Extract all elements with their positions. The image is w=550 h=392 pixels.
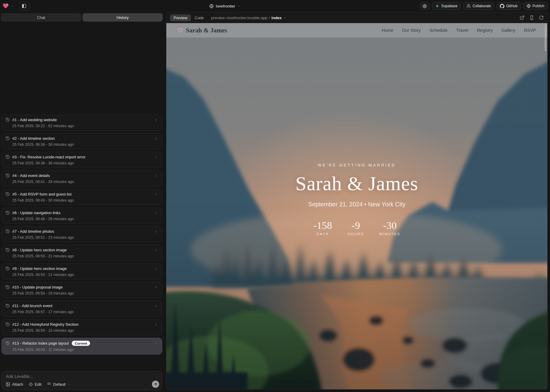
history-item-title: #3 - Fix: Resolve Lucide-react import er… — [12, 155, 85, 159]
supabase-button[interactable]: Supabase — [432, 2, 461, 10]
site-nav-item[interactable]: Our Story — [402, 28, 421, 33]
tab-history[interactable]: History — [83, 13, 163, 22]
collaborate-label: Collaborate — [473, 4, 491, 8]
history-list-item[interactable]: #4 - Add event details 25 Feb 2025, 08:4… — [2, 170, 162, 187]
project-name: lovefrontier — [216, 4, 235, 8]
chevron-right-icon[interactable] — [154, 322, 158, 327]
website-preview: Sarah & James Home Our Story Schedule Tr… — [166, 23, 547, 389]
history-list-item[interactable]: #2 - Add timeline section 25 Feb 2025, 0… — [2, 133, 162, 149]
hero-title: Sarah & James — [295, 172, 418, 195]
chevron-right-icon[interactable] — [154, 285, 158, 289]
history-item-timestamp: 25 Feb 2025, 08:54 - 19 minutes ago — [12, 291, 158, 295]
chevron-right-icon[interactable] — [154, 174, 158, 178]
chevron-right-icon[interactable] — [154, 118, 158, 122]
site-nav-item[interactable]: RSVP — [524, 28, 536, 33]
countdown-unit: -158 DAYS — [313, 220, 332, 236]
history-list-item[interactable]: #9 - Update hero section image 25 Feb 20… — [2, 263, 162, 280]
chevron-down-icon — [67, 383, 71, 386]
history-restore-icon — [5, 136, 10, 141]
history-list-item[interactable]: #10 - Update proposal image 25 Feb 2025,… — [2, 282, 162, 298]
image-attach-icon — [6, 382, 10, 387]
site-logo[interactable]: Sarah & James — [178, 27, 227, 34]
history-item-timestamp: 25 Feb 2025, 08:22 - 52 minutes ago — [12, 124, 158, 128]
github-label: GitHub — [506, 4, 517, 8]
chevron-right-icon[interactable] — [154, 229, 158, 234]
mode-select-button[interactable]: Default — [47, 382, 71, 387]
countdown-unit: -9 HOURS — [348, 220, 364, 236]
publish-label: Publish — [533, 4, 544, 8]
lovable-logo-icon[interactable] — [2, 3, 9, 9]
history-list-item[interactable]: #3 - Fix: Resolve Lucide-react import er… — [2, 152, 162, 168]
github-button[interactable]: GitHub — [497, 2, 521, 10]
chevron-right-icon[interactable] — [154, 304, 158, 308]
preview-url[interactable]: preview--lovefrontier.lovable.app / inde… — [211, 16, 286, 20]
history-restore-icon — [5, 248, 10, 252]
history-restore-icon — [5, 285, 10, 289]
sliders-icon — [47, 382, 51, 387]
hero-eyebrow: WE'RE GETTING MARRIED — [318, 163, 396, 167]
preview-toolbar: Preview Code preview--lovefrontier.lovab… — [166, 12, 547, 23]
history-list-item[interactable]: #7 - Add timeline photos 25 Feb 2025, 08… — [2, 226, 162, 242]
github-icon — [500, 4, 504, 8]
publish-button[interactable]: Publish — [523, 2, 548, 10]
site-nav-item[interactable]: Travel — [456, 28, 468, 33]
refresh-icon[interactable] — [539, 15, 544, 20]
chevron-right-icon[interactable] — [154, 211, 158, 215]
chevron-right-icon[interactable] — [154, 341, 158, 346]
history-restore-icon — [5, 118, 10, 122]
edit-label: Edit — [35, 382, 41, 387]
history-item-title: #8 - Update hero section image — [12, 248, 67, 252]
chevron-right-icon[interactable] — [154, 248, 158, 252]
target-icon — [29, 382, 33, 387]
chevron-right-icon[interactable] — [154, 267, 158, 271]
site-nav-item[interactable]: Gallery — [502, 28, 515, 33]
history-list-item[interactable]: #8 - Update hero section image 25 Feb 20… — [2, 245, 162, 261]
site-header: Sarah & James Home Our Story Schedule Tr… — [166, 23, 547, 37]
history-item-timestamp: 25 Feb 2025, 08:48 - 26 minutes ago — [12, 217, 158, 221]
history-list-item[interactable]: #5 - Add RSVP form and guest list 25 Feb… — [2, 189, 162, 205]
tab-preview[interactable]: Preview — [170, 14, 191, 21]
tab-code[interactable]: Code — [195, 16, 204, 20]
preview-scrollbar[interactable] — [545, 24, 546, 51]
open-external-icon[interactable] — [520, 15, 524, 20]
mobile-view-icon[interactable] — [529, 15, 534, 20]
settings-button[interactable] — [420, 2, 430, 10]
chevron-right-icon[interactable] — [154, 192, 158, 196]
chat-history-sidebar: Chat History #1 - Add wedding website 25… — [0, 12, 164, 392]
site-nav-item[interactable]: Home — [382, 28, 393, 33]
chevron-right-icon[interactable] — [154, 136, 158, 141]
url-host: preview--lovefrontier.lovable.app — [211, 16, 267, 20]
site-logo-text: Sarah & James — [186, 27, 227, 34]
history-restore-icon — [5, 304, 10, 308]
site-nav-item[interactable]: Schedule — [429, 28, 447, 33]
globe-icon — [527, 4, 531, 8]
tab-chat[interactable]: Chat — [1, 13, 81, 22]
history-restore-icon — [5, 266, 10, 271]
history-list-item[interactable]: #6 - Update navigation links 25 Feb 2025… — [2, 208, 162, 224]
ask-lovable-input[interactable] — [6, 374, 158, 379]
countdown-value: -30 — [379, 220, 400, 231]
hero-date-location: September 21, 2024 • New York City — [308, 201, 406, 208]
history-list-item[interactable]: #1 - Add wedding website 25 Feb 2025, 08… — [2, 115, 162, 131]
history-restore-icon — [5, 173, 10, 178]
sidebar-toggle-button[interactable] — [19, 1, 29, 10]
history-list-item[interactable]: #13 - Refactor index page layout Current… — [2, 338, 162, 355]
prompt-composer: Attach Edit Default — [2, 371, 162, 390]
attach-button[interactable]: Attach — [6, 382, 23, 387]
chevron-right-icon[interactable] — [154, 155, 158, 159]
edit-select-button[interactable]: Edit — [29, 382, 41, 387]
supabase-label: Supabase — [441, 4, 458, 8]
history-list-item[interactable]: #12 - Add Honeyfund Registry Section 25 … — [2, 319, 162, 335]
sidebar-tabs: Chat History — [0, 12, 164, 22]
site-nav-item[interactable]: Registry — [477, 28, 493, 33]
countdown-value: -9 — [348, 220, 364, 231]
chevron-down-icon[interactable] — [11, 4, 14, 8]
project-switcher[interactable]: lovefrontier — [209, 0, 240, 12]
history-item-title: #4 - Add event details — [12, 173, 50, 178]
collaborate-button[interactable]: Collaborate — [463, 2, 494, 10]
history-item-timestamp: 25 Feb 2025, 08:51 - 23 minutes ago — [12, 235, 158, 240]
history-item-timestamp: 25 Feb 2025, 08:43 - 30 minutes ago — [12, 198, 158, 202]
send-button[interactable] — [152, 381, 159, 388]
url-separator: / — [269, 16, 270, 20]
history-list-item[interactable]: #11 - Add brunch event 25 Feb 2025, 08:5… — [2, 301, 162, 317]
